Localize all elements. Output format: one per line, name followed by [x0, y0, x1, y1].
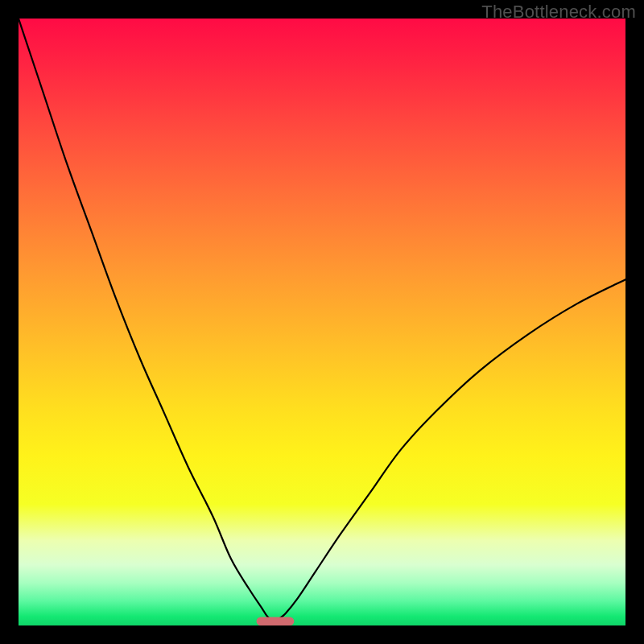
- bottleneck-chart: [19, 19, 625, 625]
- chart-frame: [19, 19, 625, 625]
- gradient-background: [19, 19, 625, 625]
- watermark-text: TheBottleneck.com: [481, 2, 636, 23]
- optimal-marker: [257, 617, 295, 625]
